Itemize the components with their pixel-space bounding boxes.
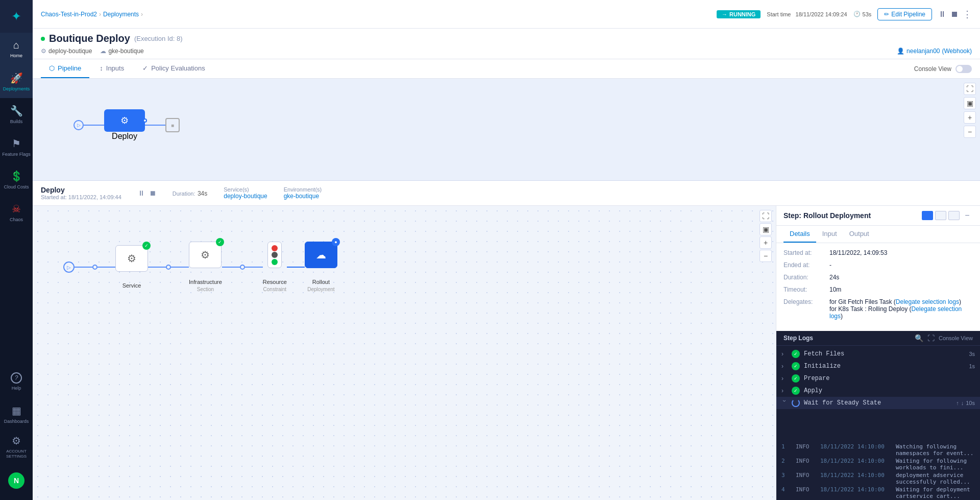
log-entry-prepare[interactable]: › ✓ Prepare [776, 372, 980, 385]
sidebar-item-chaos[interactable]: ☠ Chaos [0, 196, 33, 229]
steady-state-time: 10s [966, 400, 975, 406]
initialize-name: Initialize [804, 363, 965, 370]
service-node[interactable]: ✓ ⚙ Service [115, 245, 148, 289]
canvas-fit-btn[interactable]: ▣ [760, 223, 772, 235]
stage-title: Deploy [41, 186, 121, 194]
canvas-fullscreen-btn[interactable]: ⛶ [760, 210, 772, 222]
steady-state-down-btn[interactable]: ↓ [961, 400, 964, 406]
breadcrumb-org[interactable]: Chaos-Test-in-Prod2 [41, 11, 97, 18]
step-tabs: Details Input Output [776, 226, 980, 243]
edit-pipeline-button[interactable]: ✏ Edit Pipeline [877, 8, 932, 20]
step-view-btn-2[interactable] [935, 211, 946, 220]
pause-button[interactable]: ⏸ [938, 10, 946, 19]
step-logs-title: Step Logs [783, 335, 911, 342]
step-panel-header: Step: Rollout Deployment − [776, 206, 980, 226]
tabs-bar: ⬡ Pipeline ↕ Inputs ✓ Policy Evaluations… [33, 59, 980, 79]
infra-node[interactable]: ✓ ⚙ InfrastructureSection [189, 242, 222, 293]
expand-icon: › [781, 387, 788, 394]
fit-button[interactable]: ▣ [964, 97, 976, 109]
tab-policy-evaluations[interactable]: ✓ Policy Evaluations [134, 59, 213, 78]
detail-line-0 [75, 267, 92, 268]
tab-inputs[interactable]: ↕ Inputs [91, 59, 132, 78]
detail-line-0b [97, 267, 115, 268]
logs-search-btn[interactable]: 🔍 [915, 334, 923, 342]
sidebar-item-cloud-costs[interactable]: 💲 Cloud Costs [0, 163, 33, 196]
service-check-badge: ✓ [142, 242, 151, 250]
infra-check-badge: ✓ [216, 238, 224, 246]
step-tab-details[interactable]: Details [783, 226, 816, 243]
log-entry-apply[interactable]: › ✓ Apply [776, 385, 980, 397]
deploy-node-overview[interactable]: ⚙ Deploy [104, 109, 145, 141]
detail-line-2 [222, 267, 240, 268]
sidebar-item-account-settings[interactable]: ⚙ ACCOUNT SETTINGS [0, 431, 33, 463]
sidebar-item-home[interactable]: ⌂ Home [0, 33, 33, 65]
step-view-btn-1[interactable] [922, 211, 933, 220]
resource-constraint-node[interactable]: ResourceConstraint [263, 242, 287, 293]
pipeline-tab-icon: ⬡ [49, 64, 55, 72]
step-tab-input[interactable]: Input [816, 226, 843, 243]
rollout-node[interactable]: ● ☁ RolloutDeployment [305, 242, 337, 293]
expand-icon: › [781, 363, 788, 370]
stop-button[interactable]: ⏹ [950, 10, 959, 19]
breadcrumb-deployments[interactable]: Deployments [103, 11, 139, 18]
prepare-check: ✓ [792, 374, 800, 383]
breadcrumb-sep2: › [141, 11, 143, 18]
sidebar-item-dashboards[interactable]: ▦ Dashboards [0, 398, 33, 431]
pipeline-canvas[interactable]: ▷ ✓ ⚙ Service [33, 206, 776, 500]
sidebar-item-builds[interactable]: 🔧 Builds [0, 98, 33, 131]
tab-pipeline[interactable]: ⬡ Pipeline [41, 59, 89, 78]
step-view-btn-3[interactable] [948, 211, 960, 220]
duration-row: Duration: 24s [783, 274, 973, 281]
env-link[interactable]: gke-boutique [284, 193, 322, 200]
canvas-zoom-in-btn[interactable]: + [760, 236, 772, 249]
zoom-out-button[interactable]: − [964, 126, 976, 138]
sidebar-item-deployments[interactable]: 🚀 Deployments [0, 65, 33, 98]
detail-dot-2 [240, 265, 245, 270]
user-avatar[interactable]: N [0, 463, 33, 496]
log-entry-fetch-files[interactable]: › ✓ Fetch Files 3s [776, 348, 980, 360]
fullscreen-button[interactable]: ⛶ [964, 83, 976, 95]
service-link[interactable]: deploy-boutique [224, 193, 267, 200]
started-at-row: Started at: 18/11/2022, 14:09:53 [783, 249, 973, 256]
topbar-actions: ⏸ ⏹ ⋮ [938, 9, 972, 20]
page-title: Boutique Deploy [49, 33, 130, 44]
more-options-button[interactable]: ⋮ [963, 9, 972, 20]
log-entry-initialize[interactable]: › ✓ Initialize 1s [776, 360, 980, 372]
canvas-controls: ⛶ ▣ + − [760, 210, 772, 262]
console-view-toggle: Console View [914, 65, 972, 73]
status-dot [41, 37, 45, 41]
node-running-dot [143, 118, 147, 123]
service-label: Service [122, 282, 141, 289]
step-close-btn[interactable]: − [962, 211, 973, 220]
apply-name: Apply [804, 387, 971, 394]
app-logo-icon: ✦ [11, 9, 21, 23]
start-node[interactable]: ▷ [74, 120, 84, 130]
zoom-in-button[interactable]: + [964, 111, 976, 124]
detail-start-node[interactable]: ▷ [63, 261, 75, 273]
terminal-line-4: 4 INFO 18/11/2022 14:10:00 Waiting for d… [776, 486, 980, 500]
canvas-zoom-out-btn[interactable]: − [760, 250, 772, 262]
terminal-line-3: 3 INFO 18/11/2022 14:10:00 deployment ad… [776, 471, 980, 486]
sidebar-item-help[interactable]: ? Help [0, 365, 33, 398]
expand-icon: › [781, 350, 788, 358]
home-icon: ⌂ [13, 39, 19, 51]
trigger-meta: 👤 neelanjan00 (Webhook) [897, 47, 972, 55]
sidebar: ✦ ⌂ Home 🚀 Deployments 🔧 Builds ⚑ Featur… [0, 0, 33, 500]
service-meta: ⚙ deploy-boutique [41, 47, 92, 55]
account-settings-icon: ⚙ [12, 435, 21, 447]
page-header: Boutique Deploy (Execution Id: 8) ⚙ depl… [33, 29, 980, 59]
sidebar-item-feature-flags[interactable]: ⚑ Feature Flags [0, 131, 33, 163]
delegate1-link[interactable]: Delegate selection logs [896, 298, 959, 305]
stage-pause-btn[interactable]: ⏸ [138, 189, 145, 197]
running-badge: RUNNING [717, 10, 761, 18]
breadcrumb: Chaos-Test-in-Prod2 › Deployments › [41, 11, 713, 18]
steady-state-up-btn[interactable]: ↑ [956, 400, 959, 406]
log-entry-steady-state[interactable]: › Wait for Steady State ↑ ↓ 10s [776, 397, 980, 409]
step-tab-output[interactable]: Output [843, 226, 875, 243]
initialize-check: ✓ [792, 362, 800, 370]
stage-stop-btn[interactable]: ⏹ [149, 189, 156, 197]
logs-fullscreen-btn[interactable]: ⛶ [927, 334, 935, 342]
logs-console-view-btn[interactable]: Console View [939, 335, 973, 341]
execution-id: (Execution Id: 8) [134, 35, 183, 42]
console-view-switch[interactable] [955, 65, 972, 73]
